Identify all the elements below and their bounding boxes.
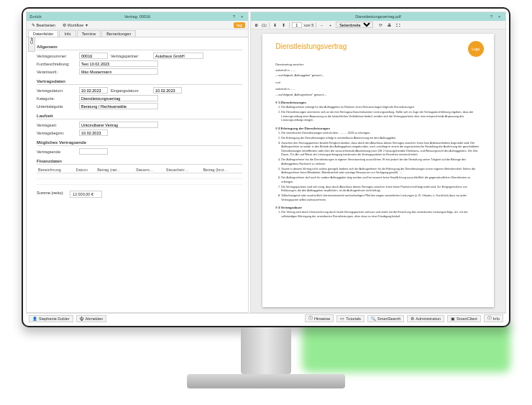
user-button[interactable]: 👤 Stephanie Dobler [29,315,73,322]
pdf-pane: Dienstleistungsvertrag.pdf ? × 🗎 (1) ⬇ ⬆ [250,12,506,313]
help-icon[interactable]: ? [488,14,495,20]
doc-count: (1) [262,23,267,27]
statusbar: 👤 Stephanie Dobler ⏻ Abmelden ⓘHinweise … [26,313,506,323]
upload-icon[interactable]: ⬆ [280,22,287,28]
section-laufzeit: Laufzeit [37,114,242,119]
hinweise-label: Hinweise [314,317,330,321]
pdf-page: Logo Dienstleistungsvertrag Dienstvertra… [262,34,493,307]
input-kurzbeschreibung[interactable] [79,60,158,67]
pdf-und: und [275,81,480,86]
monitor-stand-neck [241,327,291,374]
pdf-scroll[interactable]: Logo Dienstleistungsvertrag Dienstvertra… [251,29,505,312]
logout-button[interactable]: ⏻ Abmelden [76,315,107,322]
form-body: Common: Verträge Allgemein Vertragsnumme… [27,37,248,312]
input-vertragspartner[interactable] [153,53,203,59]
finanz-table: Bezeichnung Datum Betrag (net… Steuers… … [37,167,242,185]
label-eingangsdatum: Eingangsdatum: [111,88,150,93]
contract-pane: Zurück Vertrag: 00016 ? × ✎ Bearbeiten ⚙… [26,12,249,313]
power-icon: ⏻ [80,317,84,321]
col-betrag-net[interactable]: Betrag (net… [96,167,134,173]
tutorials-button[interactable]: ▭Tutorials [336,315,364,322]
section-vertragsende: Mögliches Vertragsende [37,140,242,146]
logout-label: Abmelden [86,317,104,321]
logo-icon: Logo [468,41,484,57]
zoom-in-icon[interactable]: + [327,22,334,28]
tab-termine[interactable]: Termine [77,30,101,37]
smartclient-button[interactable]: ▣SmartClient [447,315,481,322]
input-kategorie[interactable] [79,95,158,101]
pdf-s2-li3: Zwischen den Vertragsparteien besteht Ei… [281,142,480,158]
tag-button[interactable]: tag [234,22,245,28]
close-icon[interactable]: × [239,14,245,20]
input-verantwortl[interactable] [79,68,158,75]
tutorials-label: Tutorials [346,317,361,321]
pdf-s3-li1: Der Vertrag wird durch Unterzeichnung du… [281,211,480,219]
search-icon: 🔍 [371,317,376,321]
table-row[interactable] [37,173,242,179]
document-icon[interactable]: 🗎 [253,22,260,28]
label-unterkategorie: Unterkategorie: [37,104,76,109]
input-vertragsdatum[interactable] [79,87,108,94]
right-titlebar: Dienstleistungsvertrag.pdf ? × [251,12,505,21]
pdf-s1-li1: Der Auftragnehmer erbringt für den Auftr… [281,106,480,110]
user-icon: 👤 [32,317,37,321]
pdf-h1: Dienstleistungsvertrag [275,42,480,50]
chevron-down-icon: ▾ [85,23,89,27]
page-of-label: von 5 [304,23,313,27]
smartsearch-button[interactable]: 🔍SmartSearch [367,315,404,322]
pdf-sec2: § 2 Erbringung der Dienstleistungen [275,127,480,130]
rotate-icon[interactable]: ⟳ [377,22,384,28]
info-label: Info [493,317,500,321]
value-summe: 12.000,00 € [70,191,102,198]
pdf-s2-li7: Die Vertragsparteien sind sich einig, da… [281,186,480,194]
administration-button[interactable]: ⚙Administration [407,315,444,322]
download-icon[interactable]: ⬇ [272,22,278,28]
client-icon: ▣ [451,317,455,321]
info-icon: ⓘ [487,316,492,321]
info-button[interactable]: ⓘInfo [484,314,503,322]
user-name: Stephanie Dobler [39,317,70,321]
page-input[interactable] [292,22,302,28]
tab-bemerkungen[interactable]: Bemerkungen [101,30,136,37]
sidebar-vertical-label[interactable]: Common: Verträge [28,37,35,52]
input-eingangsdatum[interactable] [153,87,182,94]
pdf-p1: Dienstvertrag zwischen [275,63,480,68]
input-vertragsart[interactable] [79,122,158,128]
col-bezeichnung[interactable]: Bezeichnung [37,167,75,173]
section-finanzdaten: Finanzdaten [37,159,242,165]
col-steuerbetr[interactable]: Steuerbetr… [165,167,202,173]
tab-info[interactable]: Info [59,30,75,37]
print-icon[interactable]: 🖶 [386,22,393,28]
col-steuers[interactable]: Steuers… [134,167,165,173]
info-icon: ⓘ [308,316,313,321]
input-vertragsbeginn[interactable] [79,129,108,136]
book-icon: ▭ [340,317,344,321]
pdf-p4: – nachfolgend „Auftragnehmer“ genannt – [275,94,480,98]
back-button[interactable]: Zurück [29,14,42,19]
input-vertragsnummer[interactable] [79,53,108,59]
fullscreen-icon[interactable]: ⛶ [395,22,401,28]
pdf-s2-li2: Die Erbringung der Dienstleistungen erfo… [281,137,480,141]
pdf-toolbar: 🗎 (1) ⬇ ⬆ von 5 − + Seitenbreite [251,21,505,29]
left-title: Vertrag: 00016 [124,14,150,19]
zoom-out-icon[interactable]: − [318,22,325,28]
col-datum[interactable]: Datum [75,167,96,173]
workflow-button[interactable]: ⚙ Workflow ▾ [60,22,91,28]
input-unterkategorie[interactable] [79,103,158,109]
col-betrag-brut[interactable]: Betrag (brut… [201,167,242,173]
help-icon[interactable]: ? [231,14,237,20]
smartsearch-label: SmartSearch [377,317,400,321]
hinweise-button[interactable]: ⓘHinweise [305,314,334,322]
table-row[interactable] [37,179,242,185]
edit-button[interactable]: ✎ Bearbeiten [29,22,58,28]
left-tabs: Datenfelder Info Termine Bemerkungen [27,29,248,37]
pdf-title: Dienstleistungsvertrag.pdf [355,14,401,19]
tab-datenfelder[interactable]: Datenfelder [28,30,58,37]
close-icon[interactable]: × [496,14,503,20]
input-vertragsende[interactable] [79,148,108,155]
pdf-s1-li2: Die Dienstleistungen orientieren sich an… [281,111,480,123]
zoom-select[interactable]: Seitenbreite [336,22,373,28]
label-verantwortl: Verantwortl.: [37,70,76,74]
gear-icon: ⚙ [411,317,414,321]
pdf-sec1: § 1 Dienstleistungen [275,101,480,104]
